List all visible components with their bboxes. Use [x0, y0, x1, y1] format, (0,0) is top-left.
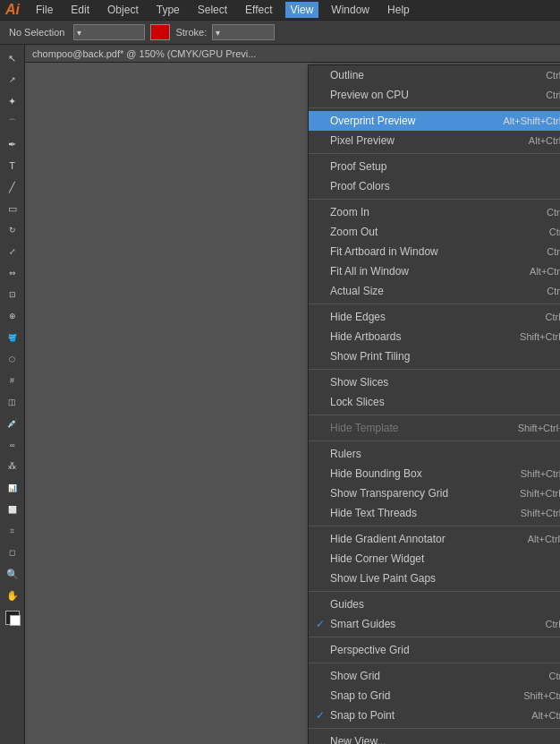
menu-help[interactable]: Help: [382, 2, 415, 18]
selection-dropdown[interactable]: ▾: [73, 24, 145, 40]
symbol-sprayer-tool[interactable]: ⁂: [3, 457, 22, 476]
menu-item-preview-cpu[interactable]: Preview on CPUCtrl+E: [309, 85, 560, 105]
menu-effect[interactable]: Effect: [240, 2, 277, 18]
menu-item-show-grid[interactable]: Show GridCtrl+": [309, 666, 560, 686]
gradient-tool[interactable]: ◫: [3, 392, 22, 412]
menu-item-show-print-tiling[interactable]: Show Print Tiling: [309, 346, 560, 366]
scale-tool[interactable]: ⤢: [3, 242, 22, 261]
menu-view[interactable]: View: [285, 2, 319, 18]
eyedropper-tool[interactable]: 💉: [3, 414, 22, 433]
free-transform-tool[interactable]: ⊡: [3, 285, 22, 304]
type-tool[interactable]: T: [3, 156, 22, 175]
menu-item-hide-bounding-box[interactable]: Hide Bounding BoxShift+Ctrl+B: [309, 464, 560, 483]
menu-item-label: Snap to Point: [330, 709, 513, 722]
menu-select[interactable]: Select: [192, 2, 233, 18]
rotate-tool[interactable]: ↻: [3, 220, 22, 240]
menu-item-label: Show Transparency Grid: [330, 487, 502, 500]
menu-item-hide-edges[interactable]: Hide EdgesCtrl+H: [309, 307, 560, 327]
menu-shortcut: Ctrl+H: [546, 312, 560, 322]
menu-item-proof-setup[interactable]: Proof Setup▶: [309, 157, 560, 176]
menu-separator: [309, 153, 560, 154]
menu-item-outline[interactable]: OutlineCtrl+Y: [309, 65, 560, 85]
direct-selection-tool[interactable]: ↗: [3, 70, 22, 90]
menu-item-hide-gradient-annotator[interactable]: Hide Gradient AnnotatorAlt+Ctrl+G: [309, 529, 560, 549]
menu-item-hide-artboards[interactable]: Hide ArtboardsShift+Ctrl+H: [309, 327, 560, 346]
menu-item-hide-text-threads[interactable]: Hide Text ThreadsShift+Ctrl+Y: [309, 503, 560, 523]
menu-item-fit-all[interactable]: Fit All in WindowAlt+Ctrl+0: [309, 261, 560, 281]
menu-item-fit-artboard[interactable]: Fit Artboard in WindowCtrl+0: [309, 242, 560, 261]
shape-builder-tool[interactable]: ⊕: [3, 306, 22, 326]
menu-window[interactable]: Window: [326, 2, 375, 18]
hand-tool[interactable]: ✋: [3, 586, 22, 605]
perspective-tool[interactable]: ⬡: [3, 349, 22, 369]
menu-item-snap-to-point[interactable]: ✓Snap to PointAlt+Ctrl+": [309, 706, 560, 725]
menu-item-hide-template: Hide TemplateShift+Ctrl+W: [309, 418, 560, 438]
view-menu-dropdown[interactable]: OutlineCtrl+YPreview on CPUCtrl+EOverpri…: [308, 64, 560, 744]
menu-edit[interactable]: Edit: [65, 2, 95, 18]
width-tool[interactable]: ⇔: [3, 263, 22, 283]
menu-bar: Ai File Edit Object Type Select Effect V…: [0, 0, 560, 20]
menu-item-label: Hide Text Threads: [330, 507, 503, 519]
pen-tool[interactable]: ✒: [3, 134, 22, 154]
menu-item-rulers[interactable]: Rulers▶: [309, 444, 560, 464]
menu-separator: [309, 304, 560, 304]
menu-object[interactable]: Object: [102, 2, 144, 18]
menu-item-label: Outline: [330, 69, 528, 81]
menu-shortcut: Ctrl++: [547, 207, 560, 218]
rectangle-tool[interactable]: ▭: [3, 199, 22, 218]
tools-panel: ↖ ↗ ✦ ⌒ ✒ T ╱ ▭ ↻ ⤢ ⇔ ⊡ ⊕ 🪣 ⬡ # ◫ 💉 ∞ ⁂ …: [0, 45, 25, 744]
menu-item-perspective-grid[interactable]: Perspective Grid▶: [309, 640, 560, 660]
menu-item-hide-corner-widget[interactable]: Hide Corner Widget: [309, 549, 560, 569]
menu-item-pixel-preview[interactable]: Pixel PreviewAlt+Ctrl+Y: [309, 131, 560, 150]
menu-type[interactable]: Type: [151, 2, 185, 18]
menu-shortcut: Shift+Ctrl+": [523, 690, 560, 701]
menu-item-snap-to-grid[interactable]: Snap to GridShift+Ctrl+": [309, 686, 560, 706]
menu-item-new-view[interactable]: New View...: [309, 731, 560, 744]
menu-separator: [309, 526, 560, 526]
menu-item-label: Hide Bounding Box: [330, 467, 503, 480]
menu-item-label: Fit All in Window: [330, 265, 512, 278]
live-paint-tool[interactable]: 🪣: [3, 328, 22, 347]
menu-item-proof-colors[interactable]: Proof Colors: [309, 176, 560, 196]
magic-wand-tool[interactable]: ✦: [3, 91, 22, 111]
fill-color[interactable]: [5, 611, 20, 625]
slice-tool[interactable]: ⌗: [3, 521, 22, 541]
main-area: ↖ ↗ ✦ ⌒ ✒ T ╱ ▭ ↻ ⤢ ⇔ ⊡ ⊕ 🪣 ⬡ # ◫ 💉 ∞ ⁂ …: [0, 45, 560, 744]
line-tool[interactable]: ╱: [3, 177, 22, 197]
menu-item-label: Zoom In: [330, 206, 529, 218]
menu-item-label: Perspective Grid: [330, 644, 560, 656]
menu-item-overprint-preview[interactable]: Overprint PreviewAlt+Shift+Ctrl+Y: [309, 111, 560, 131]
stroke-color-swatch[interactable]: [150, 24, 170, 40]
selection-tool[interactable]: ↖: [3, 48, 22, 68]
blend-tool[interactable]: ∞: [3, 435, 22, 455]
menu-separator: [309, 663, 560, 663]
menu-file[interactable]: File: [30, 2, 58, 18]
document-tab[interactable]: chompoo@back.pdf* @ 150% (CMYK/GPU Previ…: [25, 45, 560, 63]
mesh-tool[interactable]: #: [3, 371, 22, 390]
menu-item-zoom-out[interactable]: Zoom OutCtrl+-: [309, 222, 560, 242]
eraser-tool[interactable]: ◻: [3, 543, 22, 562]
menu-item-guides[interactable]: Guides▶: [309, 594, 560, 614]
menu-item-actual-size[interactable]: Actual SizeCtrl+1: [309, 281, 560, 301]
menu-item-show-slices[interactable]: Show Slices: [309, 372, 560, 392]
menu-item-smart-guides[interactable]: ✓Smart GuidesCtrl+U: [309, 614, 560, 634]
menu-item-show-transparency-grid[interactable]: Show Transparency GridShift+Ctrl+D: [309, 483, 560, 503]
menu-separator: [309, 415, 560, 415]
menu-item-lock-slices[interactable]: Lock Slices: [309, 392, 560, 412]
options-bar: No Selection ▾ Stroke: ▾: [0, 20, 560, 45]
menu-item-label: Show Live Paint Gaps: [330, 572, 560, 585]
menu-shortcut: Ctrl+-: [549, 227, 560, 237]
menu-separator: [309, 637, 560, 637]
menu-item-show-live-paint-gaps[interactable]: Show Live Paint Gaps: [309, 569, 560, 588]
menu-overlay: OutlineCtrl+YPreview on CPUCtrl+EOverpri…: [25, 64, 560, 744]
zoom-tool[interactable]: 🔍: [3, 564, 22, 584]
graph-tool[interactable]: 📊: [3, 478, 22, 498]
lasso-tool[interactable]: ⌒: [3, 113, 22, 133]
menu-shortcut: Shift+Ctrl+Y: [521, 508, 560, 518]
checkmark-icon: ✓: [316, 709, 325, 722]
stroke-weight-input[interactable]: ▾: [212, 24, 275, 40]
menu-item-label: Hide Template: [330, 422, 500, 434]
menu-item-zoom-in[interactable]: Zoom InCtrl++: [309, 202, 560, 222]
menu-shortcut: Shift+Ctrl+B: [521, 468, 560, 479]
artboard-tool[interactable]: ⬜: [3, 500, 22, 519]
